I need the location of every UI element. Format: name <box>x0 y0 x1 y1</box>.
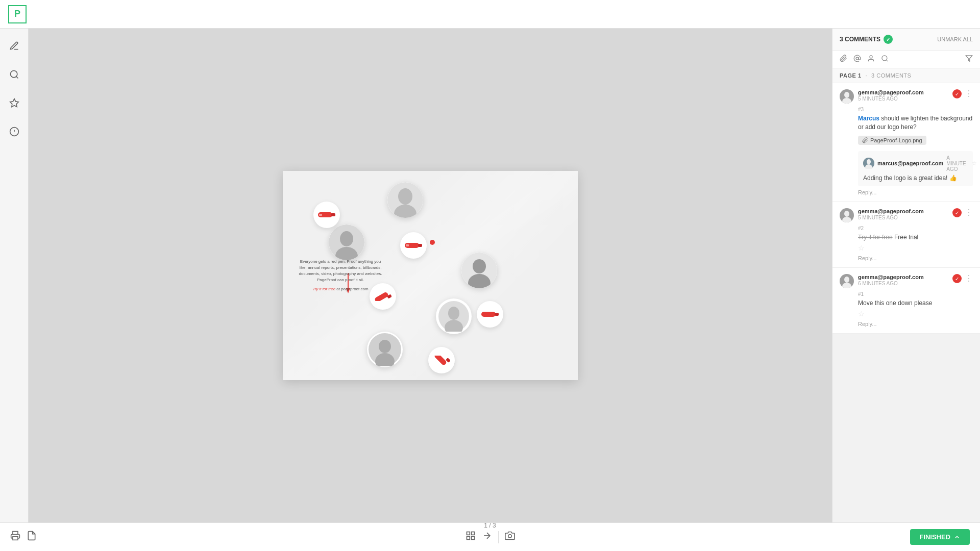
svg-point-51 <box>844 277 849 283</box>
print-icon[interactable] <box>10 531 20 543</box>
comment-1-actions: ✓ ⋮ <box>952 89 973 98</box>
red-dot-marker <box>430 240 435 245</box>
comments-toolbar <box>832 51 980 68</box>
pen-icon-2 <box>400 232 427 259</box>
app-logo[interactable]: P <box>8 5 27 23</box>
comment-3-actions: ✓ ⋮ <box>952 274 973 283</box>
left-sidebar <box>0 29 29 522</box>
pen-icon-5 <box>428 347 455 373</box>
comment-2-actions: ✓ ⋮ <box>952 208 973 217</box>
bottom-bar: 1 / 3 FINISHED <box>0 522 980 551</box>
comment-3-time: 6 MINUTES AGO <box>858 281 948 286</box>
sparkle-icon[interactable] <box>5 94 23 112</box>
svg-rect-53 <box>13 537 18 540</box>
person-circle-4 <box>436 298 472 334</box>
pen-icon-1 <box>313 202 340 228</box>
finished-button[interactable]: FINISHED <box>910 529 970 545</box>
close-button[interactable]: ✕ CLOSE <box>832 29 832 41</box>
comment-1-resolved-icon[interactable]: ✓ <box>952 89 962 98</box>
svg-marker-2 <box>10 99 18 107</box>
pen-icon-4 <box>477 301 503 328</box>
person-circle-2 <box>329 224 364 260</box>
svg-rect-32 <box>433 356 447 365</box>
comment-3-text: Move this one down please <box>858 299 973 308</box>
page-indicator: 1 / 3 <box>484 522 496 529</box>
info-icon[interactable] <box>5 122 23 141</box>
comment-2-menu-icon[interactable]: ⋮ <box>965 209 973 217</box>
top-bar: P <box>0 0 980 29</box>
doc-cta-text: Try it for free at pageproof.com <box>297 286 384 292</box>
resolved-badge: ✓ <box>884 35 893 44</box>
svg-point-37 <box>870 56 872 58</box>
comment-1-meta: gemma@pageproof.com 5 MINUTES AGO <box>858 89 948 102</box>
comment-2-reply-link[interactable]: Reply... <box>858 255 973 261</box>
camera-icon[interactable] <box>505 531 515 543</box>
bottom-right-controls: FINISHED <box>910 529 970 545</box>
main-layout: Everyone gets a red pen. Proof anything … <box>0 29 980 522</box>
svg-point-14 <box>473 259 486 273</box>
comment-3-meta: gemma@pageproof.com 6 MINUTES AGO <box>858 274 948 286</box>
comment-1-attachment[interactable]: PageProof-Logo.png <box>858 136 926 145</box>
unmark-all-button[interactable]: UNMARK ALL <box>937 36 973 42</box>
comments-panel: ✕ CLOSE 3 COMMENTS ✓ UNMARK ALL <box>832 29 980 522</box>
doc-body-text: Everyone gets a red pen. Proof anything … <box>297 259 384 283</box>
comment-2-star-icon[interactable]: ☆ <box>858 244 973 252</box>
next-page-icon[interactable] <box>482 531 492 543</box>
comments-list: gemma@pageproof.com 5 MINUTES AGO ✓ ⋮ #3… <box>832 83 980 522</box>
comment-3-author: gemma@pageproof.com <box>858 274 948 280</box>
bottom-left-controls <box>10 531 37 543</box>
comments-count: 3 COMMENTS ✓ <box>840 35 893 44</box>
mention-filter-icon[interactable] <box>853 55 861 64</box>
svg-point-8 <box>398 188 412 205</box>
pen-tool-icon[interactable] <box>5 37 23 55</box>
svg-rect-55 <box>471 532 474 535</box>
comment-2-time: 5 MINUTES AGO <box>858 215 948 220</box>
comment-2-resolved-icon[interactable]: ✓ <box>952 208 962 217</box>
separator <box>498 531 499 543</box>
avatar-filter-icon[interactable] <box>867 55 875 64</box>
person-circle-1 <box>387 182 423 218</box>
page-label: PAGE 1 · 3 COMMENTS <box>832 68 980 83</box>
comment-card-2: gemma@pageproof.com 5 MINUTES AGO ✓ ⋮ #2… <box>832 202 980 268</box>
svg-rect-26 <box>418 244 422 247</box>
comment-3-number: #1 <box>858 291 973 297</box>
canvas-area: Everyone gets a red pen. Proof anything … <box>29 29 832 522</box>
svg-rect-30 <box>481 312 496 317</box>
svg-rect-57 <box>467 537 470 540</box>
svg-line-1 <box>16 77 18 79</box>
comment-1-number: #3 <box>858 107 973 112</box>
svg-rect-28 <box>374 292 389 301</box>
doc-text-area: Everyone gets a red pen. Proof anything … <box>297 259 384 292</box>
reply-1-top: marcus@pageproof.com A MINUTE AGO ☆ <box>863 155 968 172</box>
try-it-link: Try it for free <box>312 287 335 291</box>
comment-3-star-icon[interactable]: ☆ <box>858 310 973 318</box>
comment-2-number: #2 <box>858 226 973 231</box>
comment-3-resolved-icon[interactable]: ✓ <box>952 274 962 283</box>
comment-2-author: gemma@pageproof.com <box>858 208 948 214</box>
attachment-filter-icon[interactable] <box>840 55 847 64</box>
reply-1-avatar <box>863 158 874 169</box>
sticky-note-icon[interactable] <box>27 531 37 543</box>
comment-3-menu-icon[interactable]: ⋮ <box>965 274 973 283</box>
reply-1-star-icon[interactable]: ☆ <box>971 160 977 167</box>
svg-rect-24 <box>319 214 322 216</box>
comment-2-top: gemma@pageproof.com 5 MINUTES AGO ✓ ⋮ <box>840 208 973 222</box>
comment-3-reply-link[interactable]: Reply... <box>858 321 973 327</box>
comment-1-reply-link[interactable]: Reply... <box>858 189 973 195</box>
comment-1-reply: marcus@pageproof.com A MINUTE AGO ☆ Addi… <box>858 151 973 187</box>
svg-rect-31 <box>495 313 499 316</box>
svg-rect-27 <box>406 244 409 246</box>
comment-1-text: Marcus should we lighten the background … <box>858 114 973 132</box>
filter-icon[interactable] <box>965 55 973 64</box>
zoom-icon[interactable] <box>5 65 23 84</box>
svg-rect-54 <box>467 532 470 535</box>
svg-point-20 <box>379 340 391 353</box>
person-circle-3 <box>461 253 497 288</box>
svg-point-42 <box>844 92 849 98</box>
reply-1-text: Adding the logo is a great idea! 👍 <box>863 174 968 183</box>
person-circle-5 <box>367 332 403 367</box>
bottom-center-controls <box>465 531 515 543</box>
grid-view-icon[interactable] <box>465 531 476 543</box>
comment-1-menu-icon[interactable]: ⋮ <box>965 90 973 98</box>
search-filter-icon[interactable] <box>881 55 889 64</box>
